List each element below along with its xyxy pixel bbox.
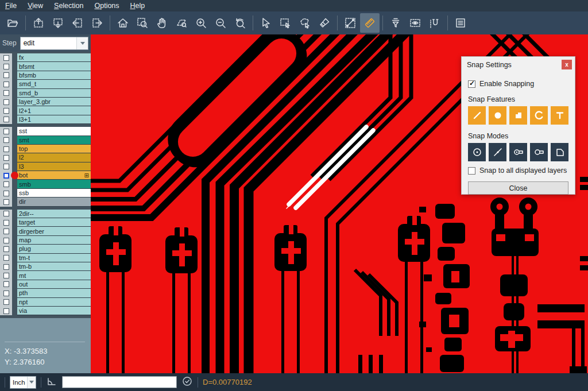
snap-mode-pad-entire-button[interactable] — [509, 143, 527, 161]
layer-row[interactable]: l2+1 — [0, 106, 91, 115]
snap-feature-text-button[interactable] — [551, 106, 568, 125]
layer-visibility-checkbox[interactable] — [3, 108, 9, 114]
layer-row[interactable]: top — [0, 145, 91, 153]
dialog-titlebar[interactable]: Snap Settings x — [462, 57, 575, 72]
layer-visibility-checkbox[interactable] — [3, 238, 9, 243]
layer-row[interactable]: npt — [0, 298, 91, 307]
layer-row[interactable]: via — [0, 307, 91, 315]
layer-visibility-checkbox[interactable] — [3, 220, 9, 226]
snap-all-layers-checkbox[interactable] — [468, 167, 475, 175]
ruler-button[interactable] — [360, 13, 380, 33]
snap-mode-profile-button[interactable] — [551, 143, 568, 161]
layer-row[interactable]: plug — [0, 245, 91, 253]
layer-visibility-checkbox[interactable] — [3, 82, 9, 87]
pan-up-button[interactable] — [29, 13, 48, 33]
layer-visibility-checkbox[interactable] — [3, 191, 9, 196]
unit-dropdown[interactable]: Inch — [10, 376, 36, 389]
layer-visibility-checkbox[interactable] — [3, 181, 9, 187]
close-button[interactable]: Close — [468, 181, 568, 195]
show-selection-button[interactable] — [405, 13, 425, 33]
layer-visibility-checkbox[interactable] — [3, 264, 9, 270]
layer-visibility-checkbox[interactable] — [3, 137, 9, 143]
zoom-dynamic-button[interactable] — [172, 13, 191, 33]
layer-row[interactable]: pth — [0, 289, 91, 297]
menu-help[interactable]: Help — [130, 2, 145, 10]
apply-button[interactable] — [181, 375, 193, 389]
layer-visibility-checkbox[interactable] — [3, 117, 9, 122]
layer-row[interactable]: sst — [0, 127, 91, 136]
layer-visibility-checkbox[interactable] — [3, 164, 9, 169]
snap-mode-center-button[interactable] — [468, 143, 486, 161]
layer-row-active[interactable]: bot⊞ — [0, 171, 91, 180]
layer-row[interactable]: layer_3.gbr — [0, 98, 91, 106]
layer-row[interactable]: bfsmb — [0, 71, 91, 80]
layer-visibility-checkbox[interactable] — [3, 146, 9, 152]
layer-visibility-checkbox[interactable] — [3, 64, 9, 69]
layer-visibility-checkbox[interactable] — [3, 308, 9, 314]
layer-visibility-checkbox[interactable] — [3, 129, 9, 134]
zoom-previous-button[interactable] — [230, 13, 250, 33]
layer-visibility-checkbox[interactable] — [3, 299, 9, 305]
snap-mode-pad-outline-button[interactable] — [530, 143, 548, 161]
layer-row[interactable]: 2dir-- — [0, 210, 91, 218]
layer-visibility-checkbox[interactable] — [3, 99, 9, 105]
layer-visibility-checkbox[interactable] — [3, 55, 9, 61]
layer-visibility-checkbox[interactable] — [3, 199, 9, 205]
menu-file[interactable]: File — [5, 2, 17, 10]
layer-row[interactable]: l2 — [0, 153, 91, 162]
menu-selection[interactable]: Selection — [54, 2, 83, 10]
chevron-down-icon[interactable] — [27, 377, 36, 388]
layer-row[interactable]: l3 — [0, 162, 91, 171]
pan-down-button[interactable] — [48, 13, 68, 33]
zoom-window-button[interactable] — [133, 13, 152, 33]
layer-visibility-checkbox[interactable] — [3, 281, 9, 287]
layer-row[interactable]: dirgerber — [0, 227, 91, 235]
layer-row[interactable]: out — [0, 280, 91, 289]
select-pointer-button[interactable] — [256, 13, 276, 33]
layer-row[interactable]: dir — [0, 198, 91, 206]
enable-snapping-row[interactable]: Enable Snapping — [468, 80, 568, 88]
layer-visibility-checkbox[interactable] — [3, 155, 9, 161]
layer-visibility-checkbox[interactable] — [3, 90, 9, 96]
snap-feature-arc-button[interactable] — [530, 106, 548, 125]
select-window-button[interactable] — [276, 13, 295, 33]
layer-row[interactable]: map — [0, 236, 91, 245]
layer-row[interactable]: mt — [0, 271, 91, 280]
measure-distance-button[interactable] — [341, 13, 360, 33]
layer-visibility-checkbox[interactable] — [3, 72, 9, 78]
layer-visibility-checkbox[interactable] — [3, 255, 9, 261]
snap-feature-circle-button[interactable] — [489, 106, 506, 125]
layer-visibility-checkbox[interactable] — [3, 229, 9, 234]
zoom-in-button[interactable] — [191, 13, 211, 33]
layer-visibility-checkbox[interactable] — [3, 291, 9, 296]
open-button[interactable] — [3, 13, 22, 33]
close-icon[interactable]: x — [562, 60, 572, 69]
layer-row[interactable]: smb — [0, 180, 91, 188]
snap-feature-surface-button[interactable] — [509, 106, 527, 125]
select-polygon-button[interactable] — [295, 13, 315, 33]
layer-row[interactable]: tm-b — [0, 262, 91, 271]
filter-button[interactable] — [386, 13, 405, 33]
layer-row[interactable]: tm-t — [0, 254, 91, 262]
layer-visibility-checkbox[interactable] — [3, 246, 9, 252]
all-layers-row[interactable]: Snap to all displayed layers — [468, 167, 568, 175]
snap-magnet-button[interactable] — [425, 13, 444, 33]
clear-brush-button[interactable] — [315, 13, 334, 33]
report-button[interactable] — [451, 13, 470, 33]
layer-row[interactable]: l3+1 — [0, 115, 91, 124]
layer-row[interactable]: smt — [0, 136, 91, 145]
pan-right-button[interactable] — [87, 13, 107, 33]
step-dropdown[interactable]: edit — [20, 37, 88, 50]
layer-visibility-checkbox[interactable] — [3, 211, 9, 216]
pan-left-button[interactable] — [68, 13, 87, 33]
layer-visibility-checkbox[interactable] — [3, 173, 9, 179]
pan-hand-button[interactable] — [152, 13, 172, 33]
layer-visibility-checkbox[interactable] — [3, 273, 9, 278]
zoom-out-button[interactable] — [211, 13, 230, 33]
chevron-down-icon[interactable] — [76, 37, 88, 49]
layer-row[interactable]: fx — [0, 53, 91, 62]
angle-mode-button[interactable] — [46, 375, 57, 389]
enable-snapping-checkbox[interactable] — [468, 80, 475, 88]
menu-options[interactable]: Options — [94, 2, 119, 10]
layer-row[interactable]: smd_b — [0, 89, 91, 98]
